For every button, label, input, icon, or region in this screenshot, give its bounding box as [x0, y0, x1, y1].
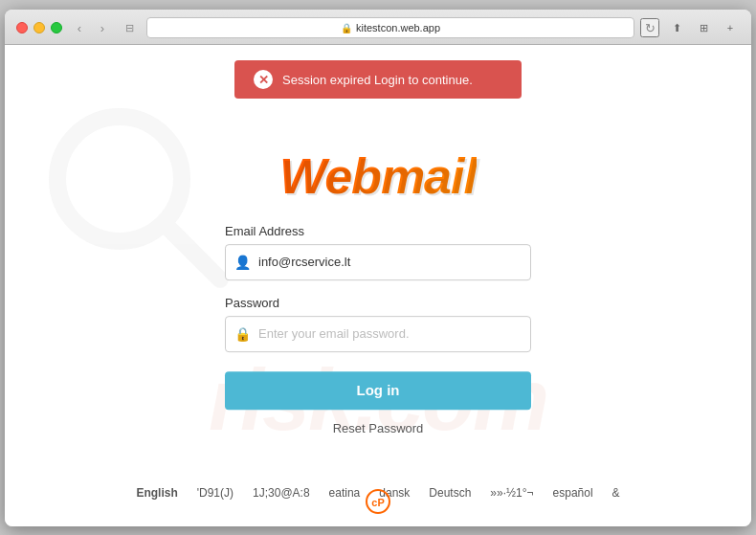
svg-text:cP: cP — [371, 497, 384, 508]
tabs-button[interactable]: ⊞ — [694, 18, 713, 37]
lang-item-4[interactable]: eatina — [329, 486, 361, 500]
browser-window: ‹ › ⊟ 🔒 kitestcon.web.app ↻ ⬆ ⊞ + risk.c… — [5, 10, 751, 526]
close-button[interactable] — [16, 22, 28, 33]
url-text: kitestcon.web.app — [356, 22, 440, 33]
user-icon: 👤 — [234, 255, 251, 270]
webmail-logo: Webmail — [279, 151, 477, 201]
watermark-search-icon — [43, 102, 234, 294]
address-bar[interactable]: 🔒 kitestcon.web.app — [146, 17, 634, 38]
lang-espanol[interactable]: español — [553, 486, 593, 500]
login-container: Webmail Email Address 👤 Password 🔒 Log i… — [225, 151, 531, 451]
back-button[interactable]: ‹ — [70, 18, 89, 37]
reader-icon[interactable]: ⊟ — [120, 18, 139, 37]
nav-buttons: ‹ › — [70, 18, 112, 37]
address-bar-row: 🔒 kitestcon.web.app ↻ — [146, 17, 659, 38]
lang-item-3[interactable]: 1J;30@A:8 — [253, 486, 310, 500]
lang-english[interactable]: English — [136, 486, 177, 500]
password-label: Password — [225, 296, 531, 310]
share-button[interactable]: ⬆ — [667, 18, 686, 37]
email-form-group: Email Address 👤 — [225, 224, 531, 280]
maximize-button[interactable] — [51, 22, 62, 33]
lang-ampersand[interactable]: & — [612, 486, 620, 500]
forward-button[interactable]: › — [93, 18, 112, 37]
password-input[interactable] — [225, 316, 531, 352]
minimize-button[interactable] — [33, 22, 45, 33]
alert-message: Session expired Login to continue. — [282, 73, 473, 87]
padlock-icon: 🔒 — [234, 326, 251, 342]
lock-icon: 🔒 — [341, 23, 352, 33]
refresh-button[interactable]: ↻ — [640, 18, 659, 37]
password-form-group: Password 🔒 — [225, 296, 531, 352]
titlebar: ‹ › ⊟ 🔒 kitestcon.web.app ↻ ⬆ ⊞ + — [5, 10, 751, 45]
svg-line-1 — [167, 227, 220, 279]
cpanel-logo: cP — [364, 487, 392, 521]
alert-banner: ✕ Session expired Login to continue. — [234, 60, 522, 99]
lang-item-7[interactable]: »»·½1°¬ — [490, 486, 533, 500]
lang-deutsch[interactable]: Deutsch — [429, 486, 471, 500]
email-label: Email Address — [225, 224, 531, 238]
browser-content: risk.com ✕ Session expired Login to cont… — [5, 45, 751, 526]
email-input-wrapper: 👤 — [225, 244, 531, 280]
login-button[interactable]: Log in — [225, 371, 531, 410]
lang-item-2[interactable]: 'D91(J) — [197, 486, 233, 500]
reset-password-link[interactable]: Reset Password — [333, 421, 424, 435]
email-input[interactable] — [225, 244, 531, 280]
password-input-wrapper: 🔒 — [225, 316, 531, 352]
traffic-lights — [16, 22, 62, 33]
add-tab-button[interactable]: + — [721, 18, 740, 37]
svg-point-0 — [57, 117, 182, 241]
alert-x-icon: ✕ — [254, 70, 273, 89]
